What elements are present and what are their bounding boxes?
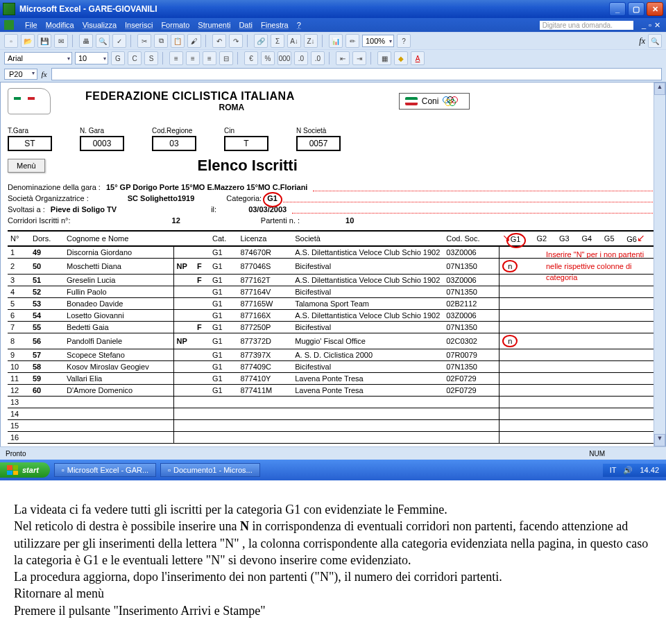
taskbar-item-excel[interactable]: ▫Microsoft Excel - GAR...: [54, 463, 156, 477]
italic-button[interactable]: C: [128, 51, 142, 65]
sum-icon[interactable]: Σ: [271, 34, 284, 48]
windows-logo-icon: [7, 465, 18, 475]
minimize-button[interactable]: _: [609, 2, 626, 16]
fx-label[interactable]: fx: [42, 70, 47, 78]
link-icon[interactable]: 🔗: [254, 34, 268, 48]
drawing-icon[interactable]: ✏: [345, 34, 359, 48]
tray-language[interactable]: IT: [610, 466, 617, 474]
th-dors: Dors.: [30, 231, 64, 246]
instruction-note: Inserire "N" per i non partenti nelle ri…: [546, 249, 650, 284]
th-g4: G4: [579, 231, 601, 246]
formula-input[interactable]: [51, 68, 662, 80]
redo-icon[interactable]: ↷: [229, 34, 243, 48]
label-cod-regione: Cod.Regione: [152, 127, 196, 134]
excel-icon: [3, 3, 15, 15]
table-row[interactable]: 553Bonadeo DavideG1877165WTalamona Sport…: [8, 298, 658, 310]
table-row[interactable]: 452Fullin PaoloG1877164VBicifestival07N1…: [8, 286, 658, 298]
table-row[interactable]: 654Losetto GiovanniG1877166XA.S. Diletta…: [8, 310, 658, 322]
font-combo[interactable]: Arial: [4, 52, 72, 64]
th-g1: ↘G1: [500, 231, 534, 246]
font-size-combo[interactable]: 10: [75, 52, 108, 64]
label-il: il:: [211, 205, 216, 214]
bold-button[interactable]: G: [111, 51, 125, 65]
th-g2: G2: [533, 231, 556, 246]
inc-decimal-icon[interactable]: .0: [294, 51, 308, 65]
vertical-scrollbar[interactable]: ▲ ▼: [654, 82, 665, 446]
copy-icon[interactable]: ⧉: [154, 34, 168, 48]
sort-desc-icon[interactable]: Z↓: [304, 34, 318, 48]
table-row[interactable]: 15: [8, 420, 658, 432]
format-painter-icon[interactable]: 🖌: [187, 34, 201, 48]
fill-color-icon[interactable]: ◆: [394, 51, 408, 65]
inc-indent-icon[interactable]: ⇥: [352, 51, 366, 65]
table-row[interactable]: 957Scopece StefanoG1877397XA. S. D. Cicl…: [8, 349, 658, 361]
spellcheck-icon[interactable]: ✓: [112, 34, 126, 48]
align-center-icon[interactable]: ≡: [186, 51, 200, 65]
menu-dati[interactable]: Dati: [239, 21, 253, 29]
cut-icon[interactable]: ✂: [137, 34, 151, 48]
val-cin: T: [224, 136, 268, 151]
label-iscritti: Corridori Iscritti n°:: [8, 216, 71, 225]
preview-icon[interactable]: 🔍: [96, 34, 110, 48]
start-button[interactable]: start: [0, 462, 50, 478]
menu-help[interactable]: ?: [297, 21, 301, 29]
table-row[interactable]: 1058Kosov Miroslav GeogievG1877409CBicif…: [8, 361, 658, 373]
thousand-icon[interactable]: 000: [278, 51, 291, 65]
align-right-icon[interactable]: ≡: [203, 51, 216, 65]
name-box[interactable]: P20: [4, 69, 37, 80]
table-row[interactable]: 1159Vallari EliaG1877410YLavena Ponte Tr…: [8, 373, 658, 385]
worksheet-area: FEDERAZIONE CICLISTICA ITALIANA ROMA Con…: [1, 82, 665, 446]
menu-visualizza[interactable]: Visualizza: [83, 21, 117, 29]
menu-modifica[interactable]: Modifica: [46, 21, 74, 29]
menu-strumenti[interactable]: Strumenti: [198, 21, 230, 29]
help-icon[interactable]: ?: [397, 34, 411, 48]
menu-formato[interactable]: Formato: [161, 21, 189, 29]
print-icon[interactable]: 🖶: [79, 34, 93, 48]
sort-asc-icon[interactable]: A↓: [287, 34, 301, 48]
open-icon[interactable]: 📂: [21, 34, 35, 48]
font-color-icon[interactable]: A: [411, 51, 425, 65]
windows-taskbar: start ▫Microsoft Excel - GAR... ▫Documen…: [0, 460, 666, 480]
formula-bar: P20 fx: [0, 67, 666, 82]
table-row[interactable]: 14: [8, 408, 658, 420]
research-icon[interactable]: 🔍: [648, 34, 662, 48]
chart-icon[interactable]: 📊: [329, 34, 343, 48]
menu-finestra[interactable]: Finestra: [261, 21, 289, 29]
ask-question-input[interactable]: Digitare una domanda.: [540, 21, 633, 30]
th-n: N°: [8, 231, 30, 246]
align-left-icon[interactable]: ≡: [169, 51, 183, 65]
table-row[interactable]: 755Bedetti GaiaFG1877250PBicifestival07N…: [8, 322, 658, 333]
workbook-window-controls[interactable]: _▫✕: [640, 21, 662, 30]
system-tray[interactable]: IT 🔊 14.42: [603, 464, 666, 477]
menu-button[interactable]: Menù: [8, 159, 45, 173]
percent-icon[interactable]: %: [261, 51, 275, 65]
currency-icon[interactable]: €: [244, 51, 258, 65]
table-row[interactable]: 16: [8, 432, 658, 444]
underline-button[interactable]: S: [144, 51, 158, 65]
dec-decimal-icon[interactable]: .0: [311, 51, 325, 65]
zoom-combo[interactable]: 100%: [362, 35, 394, 47]
italy-flag-icon: [405, 97, 418, 105]
val-categoria: G1: [267, 194, 278, 202]
undo-icon[interactable]: ↶: [212, 34, 226, 48]
dec-indent-icon[interactable]: ⇤: [336, 51, 350, 65]
borders-icon[interactable]: ▦: [377, 51, 391, 65]
maximize-button[interactable]: ▢: [628, 2, 644, 16]
table-row[interactable]: 856Pandolfi DanieleNPG1877372DMuggio' Fi…: [8, 333, 658, 349]
val-svoltasi: Pieve di Soligo TV: [51, 205, 117, 214]
paste-icon[interactable]: 📋: [171, 34, 185, 48]
close-button[interactable]: ✕: [647, 2, 663, 16]
table-row[interactable]: 1260D'Amore DomenicoG1877411MLavena Pont…: [8, 385, 658, 397]
menu-inserisci[interactable]: Inserisci: [125, 21, 153, 29]
taskbar-item-word[interactable]: ▫Documento1 - Micros...: [160, 463, 260, 477]
tray-volume-icon[interactable]: 🔊: [623, 466, 633, 475]
mail-icon[interactable]: ✉: [54, 34, 68, 48]
menu-file[interactable]: File: [25, 21, 37, 29]
table-row[interactable]: 13: [8, 397, 658, 408]
val-cod-regione: 03: [152, 136, 196, 151]
save-icon[interactable]: 💾: [37, 34, 51, 48]
window-titlebar: Microsoft Excel - GARE-GIOVANILI _ ▢ ✕: [0, 0, 666, 18]
val-iscritti: 12: [172, 216, 180, 225]
new-icon[interactable]: ▫: [4, 34, 18, 48]
merge-icon[interactable]: ⊟: [219, 51, 233, 65]
